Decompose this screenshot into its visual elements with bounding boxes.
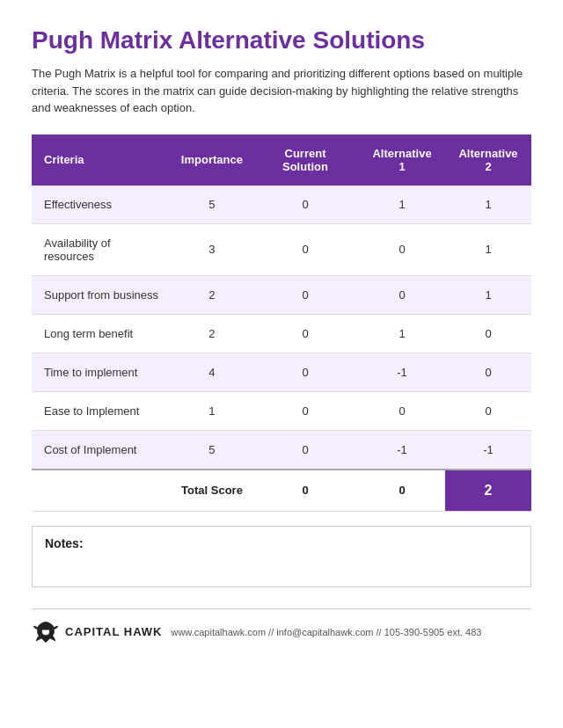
col-header-current: Current Solution xyxy=(252,135,359,186)
footer-logo: CAPITAL HAWK xyxy=(32,620,162,644)
footer: CAPITAL HAWK www.capitalhawk.com // info… xyxy=(32,608,531,644)
footer-company: CAPITAL HAWK xyxy=(65,625,162,638)
col-header-criteria: Criteria xyxy=(32,135,172,186)
table-row: Time to implement40-10 xyxy=(32,353,531,391)
col-header-importance: Importance xyxy=(172,135,252,186)
col-header-alt2: Alternative 2 xyxy=(445,135,531,186)
table-row: Availability of resources3001 xyxy=(32,223,531,275)
col-header-alt1: Alternative 1 xyxy=(359,135,445,186)
table-row: Cost of Implement50-1-1 xyxy=(32,430,531,470)
footer-contact: www.capitalhawk.com // info@capitalhawk.… xyxy=(171,627,481,637)
table-row: Effectiveness5011 xyxy=(32,186,531,224)
eagle-icon xyxy=(32,620,60,644)
page-title: Pugh Matrix Alternative Solutions xyxy=(32,26,531,55)
notes-section: Notes: xyxy=(32,526,531,587)
table-row: Long term benefit2010 xyxy=(32,314,531,353)
table-row: Ease to Implement1000 xyxy=(32,391,531,430)
pugh-matrix-table: Criteria Importance Current Solution Alt… xyxy=(32,135,531,512)
notes-label: Notes: xyxy=(45,536,84,550)
total-row: Total Score002 xyxy=(32,470,531,512)
description: The Pugh Matrix is a helpful tool for co… xyxy=(32,65,531,117)
table-row: Support from business2001 xyxy=(32,275,531,314)
